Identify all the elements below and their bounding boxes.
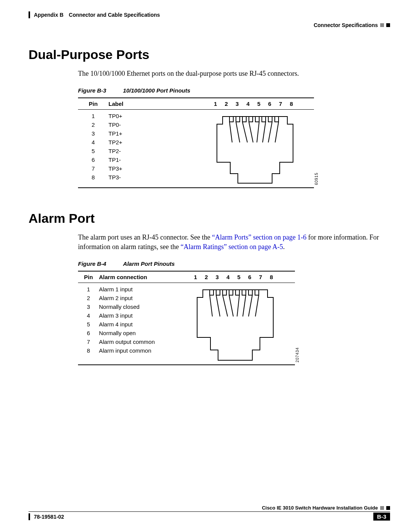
section-title-alarm-port: Alarm Port [29, 211, 390, 226]
page-header: Appendix B Connector and Cable Specifica… [29, 11, 390, 18]
table-row: 5TP2- [78, 148, 196, 154]
table-row: 4Alarm 3 input [78, 312, 175, 319]
col-header-label: Label [108, 101, 196, 107]
table-row: 8Alarm input common [78, 347, 175, 354]
guide-title: Cisco IE 3010 Switch Hardware Installati… [262, 505, 378, 511]
label-cell: Alarm 1 input [99, 286, 132, 292]
label-cell: Alarm 3 input [99, 312, 132, 319]
pin-cell: 6 [78, 330, 99, 336]
diagram-id: 60915 [314, 173, 319, 185]
figure-number: Figure B-4 [78, 260, 106, 267]
appendix-title: Connector and Cable Specifications [69, 12, 160, 18]
table-row: 6TP1- [78, 157, 196, 163]
figure-number: Figure B-3 [78, 87, 106, 94]
pin-cell: 3 [78, 130, 108, 137]
pin-cell: 7 [78, 339, 99, 345]
label-cell: Alarm 2 input [99, 295, 132, 301]
pin-cell: 1 [78, 286, 99, 292]
label-cell: TP2- [108, 148, 121, 154]
figure-b4: Figure B-4 Alarm Port Pinouts Pin Alarm … [78, 260, 390, 365]
page-header-right: Connector Specifications [29, 22, 390, 28]
footer-square-icon [386, 506, 390, 510]
pin-numbers: 1 2 3 4 5 6 7 8 [196, 101, 314, 107]
section2-body: The alarm port uses an RJ-45 connector. … [78, 233, 386, 251]
header-bar-icon [29, 11, 30, 18]
label-cell: Alarm input common [99, 347, 151, 354]
label-cell: Alarm 4 input [99, 321, 132, 328]
rj45-connector-icon [211, 113, 299, 185]
pin-cell: 3 [78, 304, 99, 310]
doc-number: 78-19581-02 [34, 514, 64, 520]
pin-cell: 1 [78, 113, 108, 119]
pin-numbers: 1 2 3 4 5 6 7 8 [175, 274, 295, 280]
label-cell: TP3+ [108, 165, 122, 172]
page-footer: Cisco IE 3010 Switch Hardware Installati… [29, 505, 390, 521]
label-cell: TP1- [108, 157, 121, 163]
label-cell: TP0- [108, 121, 121, 128]
header-square-icon [380, 23, 384, 27]
table-row: 4TP2+ [78, 139, 196, 145]
footer-square-icon [380, 506, 384, 510]
pin-cell: 2 [78, 121, 108, 128]
section1-body: The 10/100/1000 Ethernet ports on the du… [78, 69, 386, 78]
page-number: B-3 [373, 513, 390, 521]
section-header-text: Connector Specifications [314, 22, 378, 28]
table-row: 6Normally open [78, 330, 175, 336]
label-cell: TP1+ [108, 130, 122, 137]
col-header-pin: Pin [78, 274, 99, 280]
label-cell: Alarm output common [99, 339, 155, 345]
appendix-label: Appendix B [34, 12, 64, 18]
section-title-dual-purpose: Dual-Purpose Ports [29, 47, 390, 62]
xref-alarm-ports[interactable]: “Alarm Ports” section on page 1-6 [212, 233, 306, 241]
pin-cell: 2 [78, 295, 99, 301]
table-row: 7Alarm output common [78, 339, 175, 345]
pin-cell: 4 [78, 312, 99, 319]
rj45-connector-icon [191, 286, 279, 362]
figure-title: Alarm Port Pinouts [123, 260, 175, 267]
figure-title: 10/100/1000 Port Pinouts [123, 87, 190, 94]
pin-cell: 8 [78, 347, 99, 354]
label-cell: TP0+ [108, 113, 122, 119]
label-cell: TP2+ [108, 139, 122, 145]
diagram-id: 207434 [295, 347, 299, 362]
table-row: 5Alarm 4 input [78, 321, 175, 328]
figure-b3: Figure B-3 10/100/1000 Port Pinouts Pin … [78, 87, 390, 188]
header-square-icon [386, 23, 390, 27]
col-header-pin: Pin [78, 101, 108, 107]
pin-cell: 8 [78, 174, 108, 181]
footer-bar-icon [29, 513, 30, 520]
pin-cell: 5 [78, 321, 99, 328]
label-cell: Normally open [99, 330, 136, 336]
pin-cell: 5 [78, 148, 108, 154]
label-cell: TP3- [108, 174, 121, 181]
table-row: 2TP0- [78, 121, 196, 128]
col-header-alarm-connection: Alarm connection [99, 274, 175, 280]
table-row: 1TP0+ [78, 113, 196, 119]
table-row: 3TP1+ [78, 130, 196, 137]
pin-cell: 4 [78, 139, 108, 145]
table-row: 3Normally closed [78, 304, 175, 310]
xref-alarm-ratings[interactable]: “Alarm Ratings” section on page A-5 [180, 243, 283, 251]
pin-cell: 6 [78, 157, 108, 163]
pin-cell: 7 [78, 165, 108, 172]
table-row: 2Alarm 2 input [78, 295, 175, 301]
table-row: 7TP3+ [78, 165, 196, 172]
label-cell: Normally closed [99, 304, 140, 310]
table-row: 8TP3- [78, 174, 196, 181]
table-row: 1Alarm 1 input [78, 286, 175, 292]
